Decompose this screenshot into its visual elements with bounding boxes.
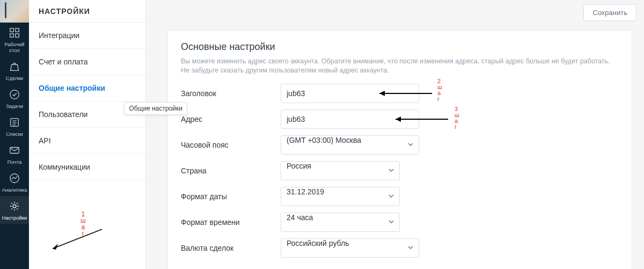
label-title: Заголовок <box>181 89 281 98</box>
input-address[interactable] <box>281 110 419 129</box>
rail-label: Аналитика <box>0 187 29 193</box>
general-settings-panel: Основные настройки Вы можете изменить ад… <box>167 30 632 269</box>
bag-icon <box>9 61 20 74</box>
rail-label: Почта <box>0 159 29 165</box>
label-country: Страна <box>181 166 281 175</box>
row-country: Страна Россия <box>181 161 619 180</box>
svg-rect-0 <box>10 28 13 32</box>
check-circle-icon <box>9 89 20 101</box>
rail-settings[interactable]: Настройки <box>0 196 29 224</box>
annotation-step1: 1 ш а г <box>80 211 86 237</box>
svg-point-4 <box>10 90 19 99</box>
rail-lists[interactable]: Списки <box>0 112 29 140</box>
label-currency: Валюта сделок <box>181 244 281 252</box>
subnav-integrations[interactable]: Интеграции <box>29 23 145 49</box>
select-timeformat[interactable]: 24 часа <box>281 213 400 232</box>
svg-rect-1 <box>16 28 19 32</box>
row-title: Заголовок 2шаг <box>181 84 619 103</box>
label-timeformat: Формат времени <box>181 218 281 227</box>
panel-heading: Основные настройки <box>181 41 619 53</box>
input-title[interactable] <box>281 84 419 103</box>
label-dateformat: Формат даты <box>181 192 281 201</box>
arrow-icon <box>48 227 107 253</box>
rail-deals[interactable]: Сделки <box>0 56 29 84</box>
rail-label: Настройки <box>0 215 29 221</box>
subnav-api[interactable]: API <box>29 128 145 154</box>
svg-rect-2 <box>10 34 13 37</box>
grid-icon <box>9 27 20 40</box>
rail-analytics[interactable]: Аналитика <box>0 168 29 196</box>
rail-label: Сделки <box>0 75 29 81</box>
subnav-communications[interactable]: Коммуникации <box>29 154 145 180</box>
annotation-step3: 3шаг <box>455 106 459 130</box>
row-timeformat: Формат времени 24 часа <box>181 213 619 232</box>
svg-line-12 <box>53 229 102 249</box>
save-button[interactable]: Сохранить <box>583 4 636 21</box>
label-timezone: Часовой пояс <box>181 141 281 149</box>
left-rail: Рабочийстол Сделки Задачи Списки Почта <box>0 0 29 269</box>
subnav-title: НАСТРОЙКИ <box>29 0 145 23</box>
avatar[interactable] <box>0 0 29 23</box>
select-currency[interactable]: Российский рубль <box>281 238 419 258</box>
rail-label: Списки <box>0 131 29 137</box>
svg-rect-9 <box>10 148 19 154</box>
row-timezone: Часовой пояс (GMT +03:00) Москва <box>181 135 619 155</box>
settings-subnav: НАСТРОЙКИ Интеграции Счет и оплата Общие… <box>29 0 146 269</box>
svg-point-11 <box>13 205 16 208</box>
rail-label: Задачи <box>0 103 29 109</box>
envelope-icon <box>9 144 20 157</box>
row-currency: Валюта сделок Российский рубль <box>181 238 619 258</box>
annotation-step2: 2шаг <box>437 78 442 102</box>
select-dateformat[interactable]: 31.12.2019 <box>281 187 400 206</box>
panel-hint: Вы можете изменить адрес своего аккаунта… <box>181 57 619 75</box>
rail-mail[interactable]: Почта <box>0 140 29 168</box>
list-icon <box>9 117 20 129</box>
gear-icon <box>9 200 20 213</box>
analytics-icon <box>9 172 20 185</box>
select-country[interactable]: Россия <box>281 161 400 180</box>
select-timezone[interactable]: (GMT +03:00) Москва <box>281 135 419 155</box>
label-address: Адрес <box>181 115 281 123</box>
rail-label: Рабочийстол <box>0 41 29 53</box>
topbar: Сохранить <box>583 4 636 21</box>
row-dateformat: Формат даты 31.12.2019 <box>181 187 619 206</box>
rail-dashboard[interactable]: Рабочийстол <box>0 23 29 56</box>
rail-tasks[interactable]: Задачи <box>0 84 29 112</box>
svg-rect-3 <box>16 34 19 37</box>
subnav-general[interactable]: Общие настройки <box>29 75 145 101</box>
row-address: Адрес 3шаг <box>181 110 619 129</box>
tooltip-general: Общие настройки <box>124 102 187 115</box>
main-content: Сохранить Основные настройки Вы можете и… <box>146 0 644 269</box>
svg-marker-13 <box>53 244 58 250</box>
subnav-billing[interactable]: Счет и оплата <box>29 49 145 75</box>
